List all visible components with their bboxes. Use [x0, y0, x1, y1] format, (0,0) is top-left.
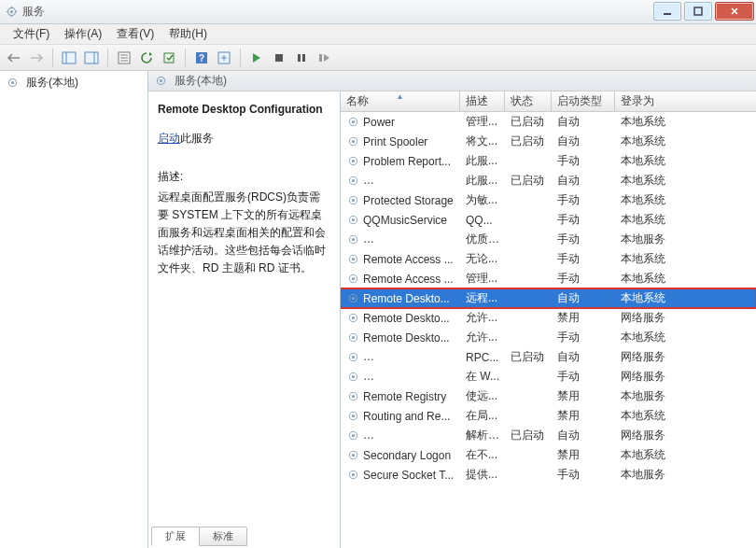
start-service-button[interactable] — [246, 48, 267, 68]
show-hide-tree-button[interactable] — [59, 48, 79, 68]
svg-rect-23 — [298, 54, 301, 62]
back-button[interactable] — [4, 48, 24, 68]
help-button[interactable]: ? — [191, 48, 212, 68]
help-topics-button[interactable] — [214, 48, 234, 68]
svg-rect-6 — [664, 13, 671, 15]
forward-button[interactable] — [26, 48, 47, 68]
window-title: 服务 — [22, 4, 45, 20]
toolbar: ? — [0, 45, 756, 71]
menu-view[interactable]: 查看(V) — [109, 24, 161, 44]
minimize-button[interactable] — [653, 2, 681, 21]
svg-rect-24 — [302, 54, 305, 62]
menu-file[interactable]: 文件(F) — [6, 24, 57, 44]
svg-rect-25 — [319, 54, 322, 62]
svg-rect-12 — [85, 52, 98, 63]
menu-action[interactable]: 操作(A) — [57, 24, 109, 44]
svg-point-1 — [9, 10, 12, 13]
menu-help[interactable]: 帮助(H) — [161, 24, 215, 44]
svg-rect-18 — [164, 53, 174, 63]
export-button[interactable] — [159, 48, 179, 68]
restart-service-button[interactable] — [314, 48, 334, 68]
maximize-button[interactable] — [684, 2, 712, 21]
app-icon — [4, 5, 19, 20]
pause-service-button[interactable] — [291, 48, 312, 68]
export-list-button[interactable] — [81, 48, 102, 68]
menubar: 文件(F) 操作(A) 查看(V) 帮助(H) — [0, 24, 756, 45]
refresh-button[interactable] — [136, 48, 157, 68]
close-button[interactable] — [715, 2, 754, 21]
stop-service-button[interactable] — [269, 48, 289, 68]
svg-rect-22 — [275, 54, 283, 62]
svg-rect-7 — [694, 7, 702, 15]
svg-text:?: ? — [199, 53, 204, 63]
properties-button[interactable] — [114, 48, 134, 68]
svg-rect-10 — [63, 52, 76, 63]
window-titlebar: 服务 — [0, 0, 756, 24]
